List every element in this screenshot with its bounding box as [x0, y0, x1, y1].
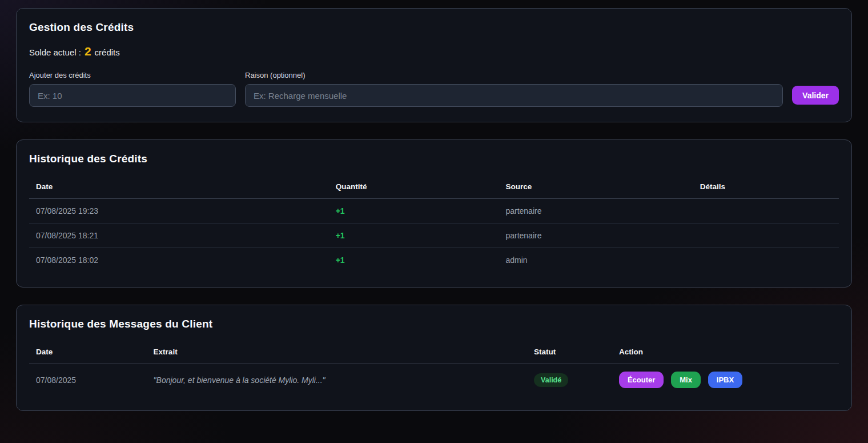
cell-details	[693, 248, 839, 273]
column-header-date: Date	[29, 342, 147, 364]
table-row: 07/08/2025 19:23 +1 partenaire	[29, 199, 839, 224]
column-header-status: Statut	[527, 342, 612, 364]
table-row: 07/08/2025 "Bonjour, et bienvenue à la s…	[29, 364, 839, 396]
listen-button[interactable]: Écouter	[619, 372, 664, 388]
cell-quantity: +1	[329, 199, 499, 224]
cell-details	[693, 199, 839, 224]
cell-quantity: +1	[329, 224, 499, 248]
credit-history-header-row: Date Quantité Source Détails	[29, 177, 839, 199]
credit-management-title: Gestion des Crédits	[29, 21, 839, 34]
cell-source: partenaire	[499, 224, 693, 248]
credit-history-table: Date Quantité Source Détails 07/08/2025 …	[29, 177, 839, 272]
amount-field-group: Ajouter des crédits	[29, 71, 236, 107]
cell-excerpt: "Bonjour, et bienvenue à la société Myli…	[147, 364, 527, 396]
balance-value: 2	[85, 45, 91, 57]
status-badge: Validé	[534, 373, 568, 387]
credit-history-card: Historique des Crédits Date Quantité Sou…	[16, 139, 852, 288]
current-balance: Solde actuel : 2 crédits	[29, 45, 839, 57]
amount-input[interactable]	[29, 84, 236, 107]
balance-suffix-label: crédits	[95, 47, 120, 57]
cell-actions: Écouter Mix IPBX	[612, 364, 839, 396]
message-history-card: Historique des Messages du Client Date E…	[16, 305, 852, 411]
column-header-source: Source	[499, 177, 693, 199]
reason-input[interactable]	[245, 84, 783, 107]
cell-status: Validé	[527, 364, 612, 396]
cell-date: 07/08/2025 18:21	[29, 224, 329, 248]
add-credits-form: Ajouter des crédits Raison (optionnel) V…	[29, 71, 839, 107]
table-row: 07/08/2025 18:02 +1 admin	[29, 248, 839, 273]
ipbx-button[interactable]: IPBX	[708, 372, 742, 388]
cell-date: 07/08/2025	[29, 364, 147, 396]
credit-history-title: Historique des Crédits	[29, 153, 839, 165]
column-header-excerpt: Extrait	[147, 342, 527, 364]
amount-field-label: Ajouter des crédits	[29, 71, 236, 79]
column-header-action: Action	[612, 342, 839, 364]
cell-date: 07/08/2025 19:23	[29, 199, 329, 224]
column-header-details: Détails	[693, 177, 839, 199]
message-history-table: Date Extrait Statut Action 07/08/2025 "B…	[29, 342, 839, 396]
mix-button[interactable]: Mix	[671, 372, 701, 388]
table-row: 07/08/2025 18:21 +1 partenaire	[29, 224, 839, 248]
cell-details	[693, 224, 839, 248]
cell-source: admin	[499, 248, 693, 273]
cell-quantity: +1	[329, 248, 499, 273]
cell-date: 07/08/2025 18:02	[29, 248, 329, 273]
message-history-header-row: Date Extrait Statut Action	[29, 342, 839, 364]
balance-prefix-label: Solde actuel :	[29, 47, 81, 57]
column-header-quantity: Quantité	[329, 177, 499, 199]
cell-source: partenaire	[499, 199, 693, 224]
column-header-date: Date	[29, 177, 329, 199]
message-history-title: Historique des Messages du Client	[29, 318, 839, 330]
reason-field-group: Raison (optionnel)	[245, 71, 783, 107]
reason-field-label: Raison (optionnel)	[245, 71, 783, 79]
validate-button[interactable]: Valider	[792, 86, 839, 105]
page: Gestion des Crédits Solde actuel : 2 cré…	[0, 0, 868, 419]
credit-management-card: Gestion des Crédits Solde actuel : 2 cré…	[16, 8, 852, 122]
